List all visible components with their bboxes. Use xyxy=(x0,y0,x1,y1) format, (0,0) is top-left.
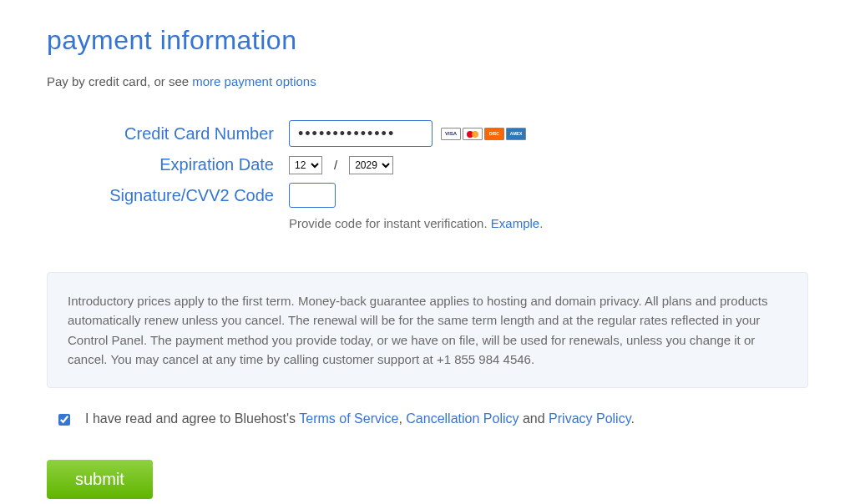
agree-sep2: and xyxy=(519,411,549,426)
expiration-year-select[interactable]: 2029 xyxy=(349,156,393,174)
label-expiration: Expiration Date xyxy=(47,155,289,174)
agree-text: I have read and agree to Bluehost's Term… xyxy=(85,411,635,426)
row-card-number: Credit Card Number VISA DISC AMEX xyxy=(47,120,808,147)
row-expiration: Expiration Date 12 / 2029 xyxy=(47,155,808,174)
label-card-number: Credit Card Number xyxy=(47,124,289,144)
row-cvv: Signature/CVV2 Code xyxy=(47,183,808,208)
cancellation-policy-link[interactable]: Cancellation Policy xyxy=(406,411,519,426)
cvv-helper-row: Provide code for instant verification. E… xyxy=(47,216,808,230)
submit-button[interactable]: submit xyxy=(47,460,153,499)
cvv-helper: Provide code for instant verification. E… xyxy=(289,216,543,230)
visa-icon: VISA xyxy=(441,128,461,140)
privacy-policy-link[interactable]: Privacy Policy xyxy=(549,411,630,426)
expiration-separator: / xyxy=(334,158,337,172)
renewal-notice: Introductory prices apply to the first t… xyxy=(47,272,808,388)
terms-of-service-link[interactable]: Terms of Service xyxy=(299,411,398,426)
subline-text: Pay by credit card, or see xyxy=(47,74,192,88)
cvv-helper-text: Provide code for instant verification. xyxy=(289,216,491,230)
agree-prefix: I have read and agree to Bluehost's xyxy=(85,411,299,426)
page-title: payment information xyxy=(47,25,808,56)
terms-agree-row: I have read and agree to Bluehost's Term… xyxy=(47,411,808,426)
mastercard-icon xyxy=(463,128,483,140)
cvv-input[interactable] xyxy=(289,183,336,208)
label-cvv: Signature/CVV2 Code xyxy=(47,186,289,205)
amex-icon: AMEX xyxy=(506,128,526,140)
agree-suffix: . xyxy=(630,411,634,426)
discover-icon: DISC xyxy=(484,128,504,140)
cvv-helper-suffix: . xyxy=(539,216,543,230)
payment-subline: Pay by credit card, or see more payment … xyxy=(47,74,808,88)
agree-sep1: , xyxy=(398,411,406,426)
more-payment-options-link[interactable]: more payment options xyxy=(192,74,316,88)
card-number-input[interactable] xyxy=(289,120,433,147)
agree-checkbox[interactable] xyxy=(58,414,70,426)
cvv-example-link[interactable]: Example xyxy=(491,216,539,230)
expiration-month-select[interactable]: 12 xyxy=(289,156,322,174)
card-brand-logos: VISA DISC AMEX xyxy=(441,128,526,140)
